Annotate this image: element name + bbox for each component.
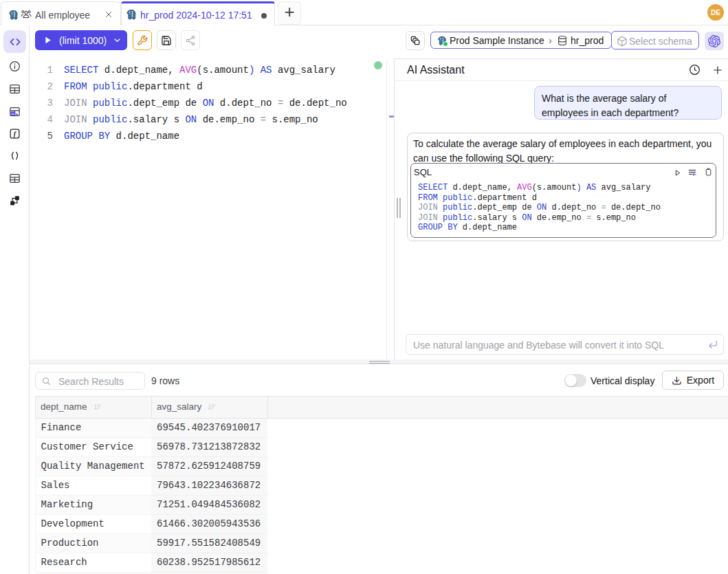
svg-text:f: f bbox=[14, 129, 17, 137]
